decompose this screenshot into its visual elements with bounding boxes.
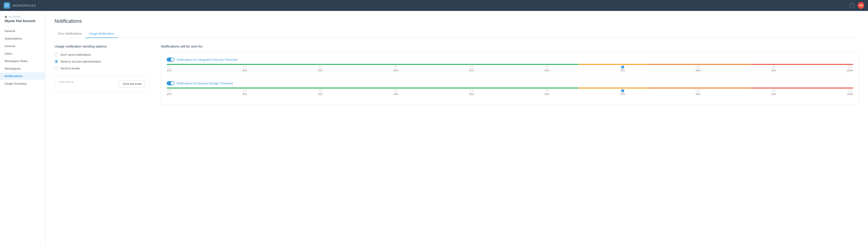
cb-label-integration-60: 60% xyxy=(545,69,550,72)
cb-box-backup-30[interactable] xyxy=(319,89,322,92)
cb-label-backup-70: 70% xyxy=(620,93,625,95)
cb-backup-80: 80% xyxy=(696,89,701,95)
cb-integration-90: 90% xyxy=(771,66,776,72)
sidebar-item-workspaces[interactable]: Workspaces xyxy=(0,65,45,72)
right-panel: Notifications will be sent for: Notifica… xyxy=(161,44,859,105)
slider-integration: 10% 20% 30% xyxy=(167,64,853,72)
nav-title: WORKSPACES xyxy=(13,4,36,7)
cb-label-integration-40: 40% xyxy=(393,69,398,72)
cb-box-integration-20[interactable] xyxy=(243,66,246,68)
cb-label-integration-100: 100% xyxy=(847,69,853,72)
account-name: Skyvia Test Account xyxy=(0,19,45,27)
user-avatar[interactable]: OR xyxy=(858,2,864,9)
cb-box-integration-70[interactable] xyxy=(621,66,624,68)
cb-box-integration-40[interactable] xyxy=(395,66,397,68)
tab-error-notifications[interactable]: Error Notifications xyxy=(55,30,85,38)
track-yellow-backup xyxy=(579,88,647,89)
radio-admins[interactable]: Send to account administrators xyxy=(55,60,150,63)
notifications-box: Notifications for Integration Records Th… xyxy=(161,53,859,105)
cb-box-integration-30[interactable] xyxy=(319,66,322,68)
radio-group: Don't send notifications Send to account… xyxy=(55,53,150,70)
cb-label-backup-20: 20% xyxy=(242,93,247,95)
cb-integration-40: 40% xyxy=(393,66,398,72)
cb-label-integration-70: 70% xyxy=(620,69,625,72)
cb-backup-30: 30% xyxy=(318,89,323,95)
radio-circle-dont-send xyxy=(55,53,58,56)
checkboxes-integration: 10% 20% 30% xyxy=(167,66,853,72)
cb-integration-70: 70% xyxy=(620,66,625,72)
cb-label-backup-90: 90% xyxy=(771,93,776,95)
track-yellow-integration xyxy=(579,64,647,65)
sidebar-item-subscriptions[interactable]: Subscriptions xyxy=(0,35,45,42)
cb-box-backup-50[interactable] xyxy=(470,89,473,92)
main-content: Notifications Error Notifications Usage … xyxy=(45,11,868,247)
cb-backup-50: 50% xyxy=(469,89,474,95)
last-sent-info: Last sent at - xyxy=(59,80,73,88)
radio-dont-send[interactable]: Don't send notifications xyxy=(55,53,150,56)
cb-box-backup-80[interactable] xyxy=(697,89,700,92)
cb-backup-100: 100% xyxy=(847,89,853,95)
cb-label-backup-10: 10% xyxy=(167,93,172,95)
toggle-backup[interactable] xyxy=(167,81,174,85)
cb-box-integration-90[interactable] xyxy=(772,66,775,68)
cb-box-backup-90[interactable] xyxy=(772,89,775,92)
top-nav: WORKSPACES ? OR xyxy=(0,0,868,11)
page-title: Notifications xyxy=(55,18,859,24)
sidebar-item-invoices[interactable]: Invoices xyxy=(0,42,45,50)
checkboxes-backup: 10% 20% 30% xyxy=(167,89,853,95)
cb-box-backup-10[interactable] xyxy=(168,89,170,92)
cb-box-backup-40[interactable] xyxy=(395,89,397,92)
cb-label-backup-80: 80% xyxy=(696,93,701,95)
cb-box-backup-100[interactable] xyxy=(849,89,851,92)
track-red-integration xyxy=(750,64,853,65)
cb-label-integration-80: 80% xyxy=(696,69,701,72)
svg-point-0 xyxy=(6,5,7,6)
cb-box-backup-70[interactable] xyxy=(621,89,624,92)
app-logo[interactable] xyxy=(4,2,10,9)
layout: ACCOUNT Skyvia Test Account General Subs… xyxy=(0,11,868,247)
cb-box-integration-80[interactable] xyxy=(697,66,700,68)
cb-integration-60: 60% xyxy=(545,66,550,72)
cb-box-integration-50[interactable] xyxy=(470,66,473,68)
radio-circle-emails xyxy=(55,66,58,70)
slider-backup: 10% 20% 30% xyxy=(167,88,853,95)
cb-integration-30: 30% xyxy=(318,66,323,72)
last-sent-value: - xyxy=(59,84,73,88)
send-test-button[interactable]: Send test email xyxy=(119,80,145,88)
notif-integration-label: Notifications for Integration Records Th… xyxy=(177,58,238,61)
slider-track-backup xyxy=(167,88,853,89)
sidebar-item-users[interactable]: Users xyxy=(0,50,45,57)
notif-backup: Notifications for Backup Storage Thresho… xyxy=(167,76,853,95)
sidebar-item-general[interactable]: General xyxy=(0,27,45,35)
cb-box-integration-100[interactable] xyxy=(849,66,851,68)
cb-box-integration-60[interactable] xyxy=(546,66,548,68)
radio-label-emails: Send to emails xyxy=(60,67,80,70)
account-label: ACCOUNT xyxy=(0,16,45,19)
cb-label-integration-90: 90% xyxy=(771,69,776,72)
track-red-backup xyxy=(750,88,853,89)
track-green-integration xyxy=(167,64,579,65)
sidebar-item-notifications[interactable]: Notifications xyxy=(0,72,45,80)
cb-box-backup-60[interactable] xyxy=(546,89,548,92)
right-section-title: Notifications will be sent for: xyxy=(161,44,859,48)
radio-emails[interactable]: Send to emails xyxy=(55,66,150,70)
left-section-title: Usage notification sending options: xyxy=(55,44,150,48)
cb-backup-70: 70% xyxy=(620,89,625,95)
last-sent-box: Last sent at - Send test email xyxy=(55,76,150,91)
cb-label-integration-20: 20% xyxy=(242,69,247,72)
notif-backup-label: Notifications for Backup Storage Thresho… xyxy=(177,82,233,85)
toggle-integration[interactable] xyxy=(167,58,174,62)
sidebar-item-workspace-roles[interactable]: Workspace Roles xyxy=(0,57,45,65)
cb-box-integration-10[interactable] xyxy=(168,66,170,68)
notif-integration: Notifications for Integration Records Th… xyxy=(167,58,853,72)
track-orange-backup xyxy=(647,88,750,89)
left-panel: Usage notification sending options: Don'… xyxy=(55,44,150,105)
cb-backup-40: 40% xyxy=(393,89,398,95)
slider-track-integration xyxy=(167,64,853,65)
cb-label-backup-60: 60% xyxy=(545,93,550,95)
last-sent-label: Last sent at xyxy=(59,80,73,84)
help-button[interactable]: ? xyxy=(849,3,855,8)
tab-usage-notifications[interactable]: Usage Notifications xyxy=(85,30,118,38)
sidebar-item-usage-summary[interactable]: Usage Summary xyxy=(0,80,45,87)
cb-box-backup-20[interactable] xyxy=(243,89,246,92)
